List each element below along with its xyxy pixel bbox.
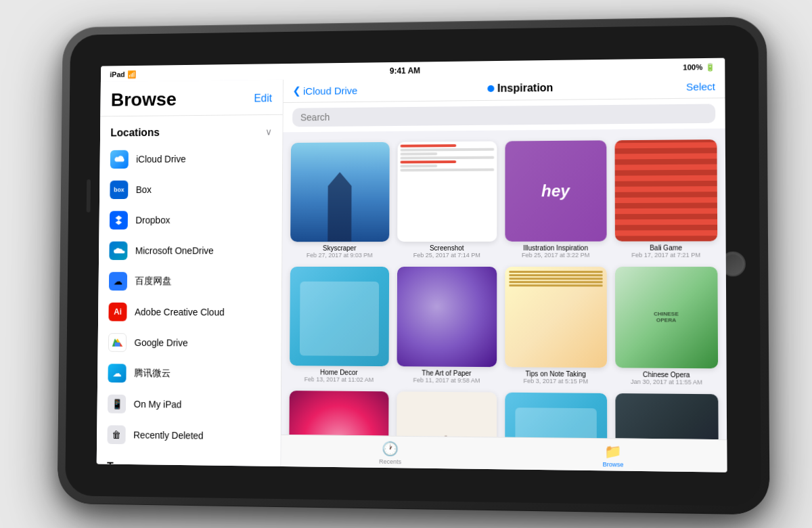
browse-title: Browse <box>111 89 177 110</box>
tencent-icon: ☁ <box>108 364 126 382</box>
edit-button[interactable]: Edit <box>254 93 272 105</box>
recents-icon: 🕐 <box>382 441 399 457</box>
grid-item-jewelry[interactable]: Modern Jewelry Jan 14, 2017 at 9:02 AM <box>615 393 719 439</box>
grid-item-paper[interactable]: The Art of Paper Feb 11, 2017 at 9:58 AM <box>397 266 497 384</box>
nav-title: Inspiration <box>487 82 553 95</box>
device-label: iPad <box>110 70 125 79</box>
status-right: 100% 🔋 <box>683 62 715 72</box>
grid-item-opera[interactable]: CHINESEOPERA Chinese Opera Jan 30, 2017 … <box>614 267 718 386</box>
grid-item-screenshot[interactable]: Screenshot Feb 25, 2017 at 7:14 PM <box>397 141 497 259</box>
tab-browse[interactable]: 📁 Browse <box>501 442 727 470</box>
illustration-label: Illustration Inspiration <box>523 244 588 251</box>
locations-section-header: Locations ∨ <box>100 115 283 144</box>
home-decor-thumb <box>290 266 389 366</box>
sidebar-item-box[interactable]: box Box <box>99 173 282 204</box>
tab-bar: 🕐 Recents 📁 Browse <box>281 435 727 472</box>
paper-thumb <box>397 266 497 367</box>
notes-thumb <box>505 267 606 368</box>
browse-icon: 📁 <box>604 443 622 460</box>
locations-title: Locations <box>110 127 160 139</box>
sidebar-item-onedrive[interactable]: Microsoft OneDrive <box>99 235 282 266</box>
icloud-label: iCloud Drive <box>136 154 186 164</box>
pink-leaf-thumb <box>289 391 388 439</box>
trash-icon: 🗑 <box>107 425 125 444</box>
grid-item-bali[interactable]: Bali Game Feb 17, 2017 at 7:21 PM <box>614 139 717 258</box>
grid-area[interactable]: Skyscraper Feb 27, 2017 at 9:03 PM <box>281 129 727 439</box>
status-left: iPad 📶 <box>110 70 137 79</box>
tags-title: Tags <box>107 461 131 466</box>
dropbox-icon <box>110 211 128 229</box>
opera-date: Jan 30, 2017 at 11:55 AM <box>631 378 702 386</box>
screenshot-label: Screenshot <box>430 244 464 251</box>
nav-back[interactable]: ❮ iCloud Drive <box>292 84 357 97</box>
screenshot-date: Feb 25, 2017 at 7:14 PM <box>413 251 480 258</box>
tencent-label: 腾讯微云 <box>134 368 171 380</box>
select-button[interactable]: Select <box>686 81 715 93</box>
bali-label: Bali Game <box>650 244 682 251</box>
back-label: iCloud Drive <box>303 85 357 97</box>
battery-icon: 🔋 <box>705 62 715 71</box>
side-button[interactable] <box>87 179 91 213</box>
icloud-icon <box>110 150 129 169</box>
jewelry-thumb <box>615 393 719 439</box>
recents-label: Recents <box>379 458 401 466</box>
svg-rect-5 <box>115 343 120 347</box>
skyscraper-label: Skyscraper <box>323 244 356 252</box>
battery-label: 100% <box>683 63 702 71</box>
sidebar-item-trash[interactable]: 🗑 Recently Deleted <box>97 419 281 452</box>
status-time: 9:41 AM <box>390 66 420 75</box>
grid-item-skyscraper[interactable]: Skyscraper Feb 27, 2017 at 9:03 PM <box>290 142 389 259</box>
app-layout: Browse Edit Locations ∨ <box>97 74 727 472</box>
search-bar <box>283 98 725 132</box>
bali-thumb <box>614 139 717 241</box>
skyscraper-thumb <box>290 142 389 242</box>
sidebar-item-dropbox[interactable]: Dropbox <box>99 204 281 236</box>
folder-title: Inspiration <box>497 82 553 95</box>
search-input[interactable] <box>292 104 715 127</box>
ipad-screen: iPad 📶 9:41 AM 100% 🔋 Browse <box>97 58 727 472</box>
box-icon: box <box>110 181 128 199</box>
screenshot-thumb <box>397 141 497 242</box>
grid-item-illustration[interactable]: hey Illustration Inspiration Feb 25, 201… <box>505 140 606 258</box>
wifi-icon: 📶 <box>127 70 137 79</box>
baidu-icon: ☁ <box>109 272 127 291</box>
home-decor-label: Home Decor <box>320 368 358 376</box>
paper-label: The Art of Paper <box>422 369 471 377</box>
tab-recents[interactable]: 🕐 Recents <box>281 439 501 466</box>
onedrive-icon <box>109 242 127 260</box>
home-decor-date: Feb 13, 2017 at 11:02 AM <box>304 376 374 383</box>
content-area: ❮ iCloud Drive Inspiration Select <box>281 74 727 472</box>
ipad-device: iPad 📶 9:41 AM 100% 🔋 Browse <box>57 16 769 514</box>
skyscraper-date: Feb 27, 2017 at 9:03 PM <box>307 252 373 259</box>
grid-item-park-sketch[interactable]: Park Sketch Jan 21, 2017 at 5:35 PM <box>396 391 497 439</box>
sidebar-item-adobe[interactable]: Ai Adobe Creative Cloud <box>98 296 281 328</box>
notes-label: Tips on Note Taking <box>526 370 586 378</box>
paper-date: Feb 11, 2017 at 9:58 AM <box>413 376 480 384</box>
box-label: Box <box>136 184 152 195</box>
gdrive-label: Google Drive <box>134 337 187 348</box>
back-chevron: ❮ <box>292 85 301 97</box>
grid-item-home-decor[interactable]: Home Decor Feb 13, 2017 at 11:02 AM <box>290 266 389 383</box>
grid-item-notes[interactable]: Tips on Note Taking Feb 3, 2017 at 5:15 … <box>505 267 606 385</box>
sidebar-item-baidu[interactable]: ☁ 百度网盘 <box>98 266 281 297</box>
grid-item-pink-leaf[interactable]: Pink Leaf Jan 28, 2017 at 3:09 PM <box>289 391 388 439</box>
tags-section-header: Tags <box>97 450 281 466</box>
sidebar-item-ipad[interactable]: 📱 On My iPad <box>97 389 281 421</box>
sidebar-item-gdrive[interactable]: Google Drive <box>97 327 281 359</box>
adobe-icon: Ai <box>108 303 127 322</box>
illustration-date: Feb 25, 2017 at 3:22 PM <box>522 251 590 258</box>
scene: iPad 📶 9:41 AM 100% 🔋 Browse <box>34 14 778 514</box>
baidu-label: 百度网盘 <box>135 276 171 288</box>
grid-item-illustrations[interactable]: Illustrations Jan 17, 2017 at 1:36 PM <box>505 393 607 440</box>
illustrations-thumb <box>505 393 607 440</box>
bali-date: Feb 17, 2017 at 7:21 PM <box>631 251 700 258</box>
locations-chevron[interactable]: ∨ <box>265 127 272 137</box>
park-sketch-thumb <box>396 391 497 439</box>
dropbox-label: Dropbox <box>135 215 170 225</box>
sidebar-item-tencent[interactable]: ☁ 腾讯微云 <box>97 357 281 390</box>
sidebar-item-icloud[interactable]: iCloud Drive <box>99 143 282 175</box>
illustration-thumb: hey <box>505 140 606 241</box>
ipad-storage-label: On My iPad <box>134 399 182 410</box>
sidebar-header: Browse Edit <box>100 80 283 117</box>
opera-thumb: CHINESEOPERA <box>614 267 718 369</box>
